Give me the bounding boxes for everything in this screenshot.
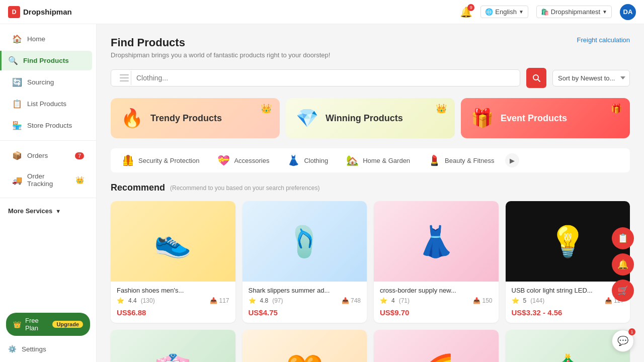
cart-float-button[interactable]: 🛒 [612, 280, 634, 302]
subcat-security[interactable]: 🦺 Security & Protection [113, 148, 208, 172]
product-rating: 4 [391, 297, 395, 304]
product-card[interactable]: 🩴 Shark slippers summer ad... ⭐ 4.8 (97)… [243, 201, 367, 323]
sidebar-item-label: Sourcing [27, 78, 54, 86]
product-image: 👟 [111, 201, 235, 282]
product-reviews: (71) [399, 297, 410, 304]
search-wrapper [111, 69, 520, 86]
crown-icon: 👑 [261, 103, 272, 114]
chat-icon: 💬 [617, 335, 628, 346]
free-plan-button[interactable]: 👑 Free Plan Upgrade [6, 313, 90, 336]
product-card[interactable]: 💡 USB color light string LED... ⭐ 5 (144… [506, 201, 630, 323]
accessories-icon: 💝 [217, 154, 230, 166]
recommend-title: Recommend [111, 183, 165, 193]
notifications-bell[interactable]: 🔔 9 [460, 6, 472, 18]
product-grid: 👟 Fashion shoes men's... ⭐ 4.4 (130) 📥 1… [111, 201, 630, 362]
crown-icon: 👑 [13, 321, 21, 328]
product-card[interactable]: 🌈 Colorful fashion dress... ⭐ 4.6 (92) 📥… [374, 330, 499, 362]
logo-text: Dropshipman [23, 8, 72, 16]
subcat-label: Home & Garden [363, 157, 410, 164]
more-services-label: More Services [8, 207, 52, 215]
store-selector[interactable]: 🛍️ Dropshipmantest ▼ [536, 6, 612, 18]
subcat-beauty[interactable]: 💄 Beauty & Fitness [419, 148, 503, 172]
logo[interactable]: D Dropshipman [8, 6, 72, 18]
chevron-down-icon: ▼ [55, 208, 61, 214]
chevron-down-icon: ▼ [519, 9, 524, 15]
settings-label: Settings [22, 345, 46, 353]
source-float-button[interactable]: 📋 [612, 227, 634, 249]
tracking-icon: 🚚 [12, 175, 22, 185]
winning-products-label: Winning Products [326, 113, 403, 124]
list-icon: 📋 [12, 99, 22, 109]
product-card[interactable]: 👗 cross-border supply new... ⭐ 4 (71) 📥 … [374, 201, 499, 323]
sidebar-item-home[interactable]: 🏠 Home [4, 29, 92, 49]
subcats-next-arrow[interactable]: ▶ [505, 153, 519, 167]
subcat-label: Security & Protection [138, 157, 199, 164]
language-label: English [495, 8, 517, 16]
sidebar-item-label: Store Products [27, 122, 72, 129]
store-icon: 🏪 [12, 121, 22, 130]
alert-float-button[interactable]: 🔔 [612, 253, 634, 276]
event-products-card[interactable]: 🎁 Event Products 🎁 [461, 98, 630, 138]
trendy-products-card[interactable]: 🔥 Trendy Products 👑 [111, 98, 280, 138]
home-icon: 🏡 [346, 154, 359, 166]
more-services[interactable]: More Services ▼ [0, 202, 96, 220]
crown-icon: 👑 [436, 103, 447, 114]
sort-select[interactable]: Sort by Newest to... Sort by Oldest to..… [552, 70, 630, 86]
gift-badge-icon: 🎁 [611, 103, 622, 114]
product-card[interactable]: 👘 African print dress... ⭐ 4.5 (88) 📥 20… [111, 330, 235, 362]
sidebar-item-orders[interactable]: 📦 Orders 7 [4, 146, 92, 165]
sidebar-item-label: Home [27, 35, 45, 43]
find-icon: 🔍 [8, 56, 18, 65]
sidebar: 🏠 Home 🔍 Find Products 🔄 Sourcing 📋 List… [0, 24, 97, 362]
sidebar-item-store-products[interactable]: 🏪 Store Products [4, 116, 92, 135]
subcat-home-garden[interactable]: 🏡 Home & Garden [337, 148, 419, 172]
product-price: US$6.88 [117, 308, 229, 317]
search-input[interactable] [136, 70, 514, 86]
event-products-label: Event Products [501, 113, 567, 124]
product-card[interactable]: 🎄 Christmas family sweater... ⭐ 4.7 (110… [506, 330, 630, 362]
sidebar-item-label: Order Tracking [27, 172, 70, 188]
sidebar-item-order-tracking[interactable]: 🚚 Order Tracking 👑 [4, 167, 92, 193]
language-selector[interactable]: 🌐 English ▼ [480, 6, 528, 18]
upgrade-badge: Upgrade [52, 321, 83, 328]
product-image: 🌈 [374, 330, 499, 362]
winning-products-card[interactable]: 💎 Winning Products 👑 [286, 98, 455, 138]
user-avatar[interactable]: DA [620, 4, 636, 20]
product-image: 🩴 [243, 201, 367, 282]
product-card[interactable]: 🧡 Orange summer set... ⭐ 4.2 (55) 📥 180 … [243, 330, 367, 362]
product-name: Fashion shoes men's... [117, 287, 229, 294]
recommend-header: Recommend (Recommend to you based on you… [111, 183, 630, 193]
main-content: Find Products Dropshipman brings you a w… [97, 24, 644, 362]
product-stars: ⭐ [117, 297, 124, 304]
security-icon: 🦺 [122, 154, 134, 166]
sidebar-item-list-products[interactable]: 📋 List Products [4, 94, 92, 114]
subcat-clothing[interactable]: 👗 Clothing [278, 148, 337, 172]
product-card[interactable]: 👟 Fashion shoes men's... ⭐ 4.4 (130) 📥 1… [111, 201, 235, 323]
subcat-accessories[interactable]: 💝 Accessories [208, 148, 278, 172]
search-row: Sort by Newest to... Sort by Oldest to..… [111, 68, 630, 88]
product-rating: 4.8 [260, 297, 269, 304]
product-downloads: 📥 150 [473, 297, 492, 304]
chat-badge: 1 [628, 328, 635, 335]
subcategory-tabs: 🦺 Security & Protection 💝 Accessories 👗 … [111, 148, 630, 172]
chat-button[interactable]: 💬 1 [612, 330, 634, 352]
subcat-label: Beauty & Fitness [445, 157, 494, 164]
product-stars: ⭐ [249, 297, 256, 304]
svg-line-4 [538, 79, 540, 81]
sidebar-item-sourcing[interactable]: 🔄 Sourcing [4, 72, 92, 92]
product-name: cross-border supply new... [380, 287, 493, 294]
product-price: US$3.32 - 4.56 [512, 308, 624, 317]
freight-calculation-link[interactable]: Freight calculation [577, 36, 630, 44]
category-cards: 🔥 Trendy Products 👑 💎 Winning Products 👑… [111, 98, 630, 138]
search-button[interactable] [526, 68, 546, 88]
filter-icon[interactable] [117, 71, 131, 85]
svg-rect-1 [120, 77, 129, 78]
sidebar-item-label: Orders [27, 152, 48, 159]
home-icon: 🏠 [12, 34, 22, 44]
free-plan-label: Free Plan [25, 317, 48, 332]
svg-rect-2 [120, 80, 129, 81]
sidebar-item-settings[interactable]: ⚙️ Settings [0, 340, 96, 358]
clothing-icon: 👗 [287, 154, 300, 166]
top-navigation: D Dropshipman 🔔 9 🌐 English ▼ 🛍️ Dropshi… [0, 0, 644, 24]
sidebar-item-find-products[interactable]: 🔍 Find Products [0, 51, 92, 70]
